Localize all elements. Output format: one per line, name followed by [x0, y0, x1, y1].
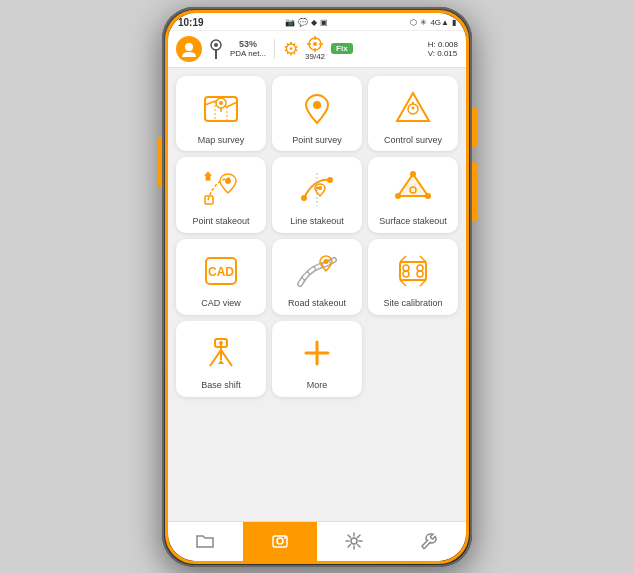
surface-stakeout-icon [391, 167, 435, 211]
svg-point-49 [277, 538, 283, 544]
svg-point-13 [313, 101, 321, 109]
site-calibration-item[interactable]: Site calibration [368, 239, 458, 315]
svg-point-38 [403, 271, 409, 277]
point-stakeout-label: Point stakeout [192, 216, 249, 227]
sat-count: 39/42 [305, 52, 325, 61]
top-toolbar: 53% PDA net... ⚙ 39/42 F [168, 31, 466, 68]
point-stakeout-item[interactable]: Point stakeout [176, 157, 266, 233]
screen-icon: ▣ [320, 18, 328, 27]
gear-icon[interactable]: ⚙ [283, 38, 299, 60]
nav-folder[interactable] [168, 522, 243, 561]
control-survey-label: Control survey [384, 135, 442, 146]
pda-label: PDA net... [230, 49, 266, 58]
location-icon: ◆ [311, 18, 317, 27]
nav-tools[interactable] [392, 522, 467, 561]
site-calibration-icon [391, 249, 435, 293]
control-survey-icon [391, 86, 435, 130]
point-stakeout-icon [199, 167, 243, 211]
svg-point-12 [219, 101, 223, 105]
base-shift-label: Base shift [201, 380, 241, 391]
more-label: More [307, 380, 328, 391]
road-stakeout-label: Road stakeout [288, 298, 346, 309]
road-stakeout-icon [295, 249, 339, 293]
screen: 10:19 📷 💬 ◆ ▣ ⬡ ✳ 4G▲ ▮ [168, 13, 466, 561]
svg-point-28 [410, 171, 416, 177]
control-survey-item[interactable]: Control survey [368, 76, 458, 152]
satellite-target-icon [307, 36, 323, 52]
svg-point-19 [225, 178, 231, 184]
status-right: ⬡ ✳ 4G▲ ▮ [410, 18, 456, 27]
cad-view-icon: CAD [199, 249, 243, 293]
svg-point-21 [301, 195, 307, 201]
site-calibration-label: Site calibration [383, 298, 442, 309]
svg-text:CAD: CAD [208, 265, 234, 279]
svg-point-39 [417, 271, 423, 277]
status-icons: 📷 💬 ◆ ▣ [285, 18, 328, 27]
svg-point-25 [318, 186, 322, 190]
svg-point-29 [425, 193, 431, 199]
status-bar: 10:19 📷 💬 ◆ ▣ ⬡ ✳ 4G▲ ▮ [168, 13, 466, 31]
fix-badge: Fix [331, 43, 353, 54]
point-survey-label: Point survey [292, 135, 342, 146]
camera-icon: 📷 [285, 18, 295, 27]
phone-frame: 10:19 📷 💬 ◆ ▣ ⬡ ✳ 4G▲ ▮ [168, 13, 466, 561]
satellite-info: 39/42 [305, 36, 325, 61]
bluetooth-icon: ⬡ [410, 18, 417, 27]
svg-point-36 [403, 265, 409, 271]
h-value: H: 0.008 [428, 40, 458, 49]
map-survey-label: Map survey [198, 135, 245, 146]
svg-point-34 [324, 259, 329, 264]
apps-grid: Map survey Point survey [172, 76, 462, 397]
v-value: V: 0.015 [428, 49, 458, 58]
svg-point-0 [185, 43, 193, 51]
side-button-1 [472, 107, 477, 147]
svg-point-5 [313, 42, 317, 46]
bottom-navigation [168, 521, 466, 561]
pda-info: 53% PDA net... [230, 39, 266, 58]
base-shift-item[interactable]: Base shift [176, 321, 266, 397]
signal-icon: 4G▲ [430, 18, 449, 27]
line-stakeout-icon [295, 167, 339, 211]
line-stakeout-item[interactable]: Line stakeout [272, 157, 362, 233]
svg-point-51 [351, 538, 357, 544]
svg-point-22 [327, 177, 333, 183]
surface-stakeout-item[interactable]: Surface stakeout [368, 157, 458, 233]
map-survey-item[interactable]: Map survey [176, 76, 266, 152]
cad-view-item[interactable]: CAD CAD view [176, 239, 266, 315]
status-time: 10:19 [178, 17, 204, 28]
message-icon: 💬 [298, 18, 308, 27]
coordinates-display: H: 0.008 V: 0.015 [428, 40, 458, 58]
wifi-icon: ✳ [420, 18, 427, 27]
point-survey-icon [295, 86, 339, 130]
point-survey-item[interactable]: Point survey [272, 76, 362, 152]
side-button-2 [472, 162, 477, 222]
svg-marker-20 [204, 171, 212, 181]
more-item[interactable]: More [272, 321, 362, 397]
side-button-left [157, 137, 162, 187]
road-stakeout-item[interactable]: Road stakeout [272, 239, 362, 315]
surface-stakeout-label: Surface stakeout [379, 216, 447, 227]
svg-point-17 [412, 106, 415, 109]
line-stakeout-label: Line stakeout [290, 216, 344, 227]
main-content: Map survey Point survey [168, 68, 466, 521]
svg-point-37 [417, 265, 423, 271]
svg-point-3 [214, 43, 218, 47]
more-icon [295, 331, 339, 375]
svg-point-45 [219, 341, 223, 345]
separator-1 [274, 39, 275, 59]
user-avatar[interactable] [176, 36, 202, 62]
battery-percent: 53% [239, 39, 257, 49]
cad-view-label: CAD view [201, 298, 241, 309]
nav-settings[interactable] [317, 522, 392, 561]
battery-icon: ▮ [452, 18, 456, 27]
nav-survey[interactable] [243, 522, 318, 561]
svg-point-50 [284, 537, 286, 539]
svg-point-30 [395, 193, 401, 199]
phone-device: 10:19 📷 💬 ◆ ▣ ⬡ ✳ 4G▲ ▮ [162, 7, 472, 567]
map-survey-icon [199, 86, 243, 130]
antenna-icon [208, 39, 224, 59]
base-shift-icon [199, 331, 243, 375]
